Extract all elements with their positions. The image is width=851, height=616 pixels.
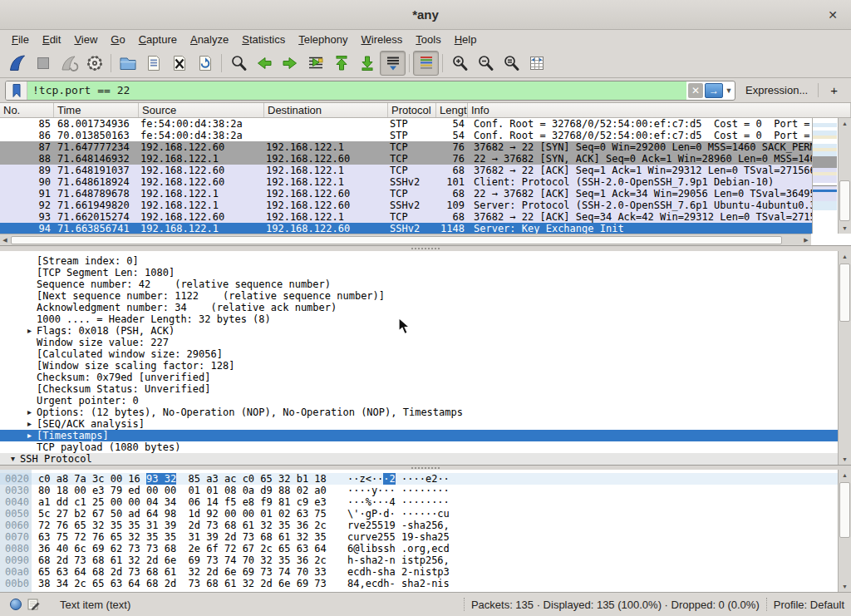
scroll-left-icon[interactable]: ◀ [0,237,10,244]
hex-row-0030[interactable]: 003080 18 00 e3 79 ed 00 00 01 01 08 0a … [0,485,838,496]
stop-capture-button[interactable] [30,51,56,76]
column-header-info[interactable]: Info [468,103,851,117]
zoom-in-button[interactable] [446,51,472,76]
add-filter-button[interactable]: + [818,83,846,97]
bytes-vertical-scrollbar[interactable]: ▲ ▼ [838,470,851,592]
packet-row-86[interactable]: 8670.013850163fe:54:00:d4:38:2aSTP54Conf… [0,130,812,141]
detail-line-ssh-version[interactable]: ▸SSH Version 2 (encryption:chacha20-poly… [0,465,838,466]
packet-list-minimap-scrollbar[interactable] [812,118,837,234]
packet-row-91[interactable]: 9171.648789678192.168.122.1192.168.122.6… [0,188,812,200]
detail-line[interactable]: TCP payload (1080 bytes) [0,441,838,453]
column-header-no[interactable]: No. [0,103,54,117]
close-window-button[interactable]: ✕ [824,7,841,23]
profile-text[interactable]: Profile: Default [774,599,844,611]
scroll-right-icon[interactable]: ▶ [801,237,811,244]
menu-telephony[interactable]: Telephony [292,32,354,47]
menu-edit[interactable]: Edit [36,32,67,47]
detail-line-timestamps-selected[interactable]: ▸[Timestamps] [0,430,838,441]
detail-vertical-scrollbar[interactable]: ▲ ▼ [838,251,851,465]
column-header-length[interactable]: Length [436,103,468,117]
hex-row-0080[interactable]: 008036 40 6c 69 62 73 73 68 2e 6f 72 67 … [0,543,838,554]
column-header-destination[interactable]: Destination [264,103,388,117]
detail-line[interactable]: [Next sequence number: 1122 (relative se… [0,290,838,302]
colorize-toggle[interactable] [413,51,439,76]
scroll-thumb[interactable] [839,264,850,321]
scroll-down-icon[interactable]: ▼ [839,581,851,592]
column-header-source[interactable]: Source [139,103,264,117]
detail-line[interactable]: [TCP Segment Len: 1080] [0,267,838,278]
detail-line[interactable]: Acknowledgment number: 34 (relative ack … [0,302,838,313]
reload-file-button[interactable] [192,51,218,76]
filter-history-dropdown[interactable]: ▼ [723,86,735,95]
detail-line[interactable]: Checksum: 0x79ed [unverified] [0,372,838,383]
detail-line-options[interactable]: ▸Options: (12 bytes), No-Operation (NOP)… [0,407,838,418]
menu-view[interactable]: View [67,32,104,47]
packet-row-94-selected[interactable]: 9471.663856741192.168.122.1192.168.122.6… [0,223,812,234]
packet-row-89[interactable]: 8971.648191037192.168.122.60192.168.122.… [0,165,812,176]
packet-row-88[interactable]: 8871.648146932192.168.122.1192.168.122.6… [0,153,812,165]
hex-row-0070[interactable]: 007063 75 72 76 65 32 35 35 31 39 2d 73 … [0,531,838,543]
start-capture-button[interactable] [4,51,30,76]
menu-file[interactable]: File [5,32,36,47]
detail-line[interactable]: [Calculated window size: 29056] [0,348,838,360]
menu-capture[interactable]: Capture [132,32,184,47]
detail-line[interactable]: Window size value: 227 [0,337,838,348]
capture-options-button[interactable] [81,51,107,76]
display-filter-input[interactable] [27,81,686,100]
go-back-button[interactable] [251,51,277,76]
packet-list-vertical-scrollbar[interactable]: ▲ ▼ [838,118,851,234]
column-header-protocol[interactable]: Protocol [388,103,436,117]
menu-statistics[interactable]: Statistics [235,32,292,47]
detail-line[interactable]: [Window size scaling factor: 128] [0,360,838,372]
menu-go[interactable]: Go [104,32,131,47]
zoom-out-button[interactable] [472,51,498,76]
menu-tools[interactable]: Tools [409,32,447,47]
detail-line-ssh-protocol[interactable]: ▾SSH Protocol [0,453,838,465]
go-forward-button[interactable] [277,51,303,76]
hex-row-0050[interactable]: 00505c 27 b2 67 50 ad 64 98 1d 92 00 00 … [0,508,838,520]
save-file-button[interactable] [140,51,166,76]
packet-row-93[interactable]: 9371.662015274192.168.122.60192.168.122.… [0,211,812,223]
scroll-up-icon[interactable]: ▲ [839,251,851,262]
detail-line[interactable]: Sequence number: 42 (relative sequence n… [0,278,838,290]
go-to-packet-button[interactable] [303,51,328,76]
expression-button[interactable]: Expression... [745,84,808,96]
open-file-button[interactable] [115,51,140,76]
detail-line[interactable]: 1000 .... = Header Length: 32 bytes (8) [0,313,838,325]
packet-row-85[interactable]: 8568.001734936fe:54:00:d4:38:2aSTP54Conf… [0,118,812,130]
scroll-thumb[interactable] [839,180,850,221]
hex-row-0020[interactable]: 0020c0 a8 7a 3c 00 16 93 32 85 a3 ac c0 … [0,473,838,485]
resize-columns-button[interactable] [524,51,549,76]
go-first-button[interactable] [328,51,354,76]
hex-row-0060[interactable]: 006072 76 65 32 35 35 31 39 2d 73 68 61 … [0,520,838,531]
packet-list-horizontal-scrollbar[interactable]: ◀ ▶ [0,234,811,245]
filter-bookmark-button[interactable] [6,81,27,100]
packet-row-90[interactable]: 9071.648618924192.168.122.60192.168.122.… [0,176,812,188]
scroll-down-icon[interactable]: ▼ [839,454,851,465]
filter-clear-button[interactable]: ✕ [688,83,703,98]
menu-analyze[interactable]: Analyze [184,32,235,47]
scroll-up-icon[interactable]: ▲ [839,470,851,480]
expert-info-icon[interactable] [10,599,22,610]
detail-line-seq-ack[interactable]: ▸[SEQ/ACK analysis] [0,418,838,430]
filter-apply-button[interactable]: → [705,83,723,98]
packet-row-87[interactable]: 8771.647777234192.168.122.60192.168.122.… [0,141,812,153]
hex-row-0040[interactable]: 0040a1 dd c1 25 00 00 04 34 06 14 f5 e8 … [0,496,838,508]
restart-capture-button[interactable] [56,51,81,76]
packet-row-92[interactable]: 9271.661949820192.168.122.1192.168.122.6… [0,200,812,211]
zoom-100-button[interactable] [498,51,524,76]
detail-line[interactable]: [Checksum Status: Unverified] [0,383,838,395]
hex-row-00b0[interactable]: 00b038 34 2c 65 63 64 68 2d 73 68 61 32 … [0,578,838,589]
go-last-button[interactable] [354,51,380,76]
hex-row-00a0[interactable]: 00a065 63 64 68 2d 73 68 61 32 2d 6e 69 … [0,566,838,578]
detail-line[interactable]: Urgent pointer: 0 [0,395,838,407]
scroll-thumb[interactable] [11,236,782,244]
detail-line-flags[interactable]: ▸Flags: 0x018 (PSH, ACK) [0,325,838,337]
column-header-time[interactable]: Time [54,103,139,117]
auto-scroll-toggle[interactable] [380,51,406,76]
menu-help[interactable]: Help [448,32,484,47]
title-bar[interactable]: *any ✕ [0,0,851,30]
scroll-up-icon[interactable]: ▲ [839,118,851,129]
capture-comment-icon[interactable] [27,598,40,611]
close-file-button[interactable] [166,51,192,76]
